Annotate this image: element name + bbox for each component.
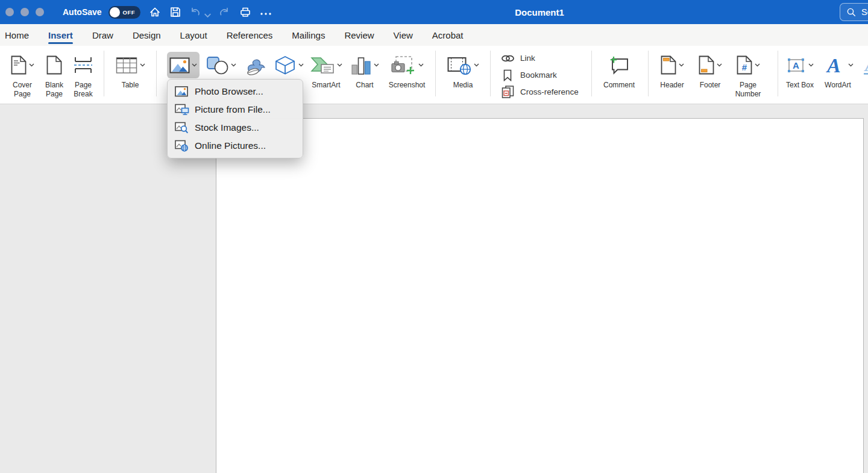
document-title: Document1 <box>479 7 600 17</box>
search-label: Search <box>861 7 868 17</box>
tab-acrobat[interactable]: Acrobat <box>432 24 464 46</box>
3d-models-button[interactable] <box>271 51 306 80</box>
cross-reference-icon <box>502 86 514 98</box>
page-break-icon <box>72 55 95 75</box>
tab-review[interactable]: Review <box>344 24 374 46</box>
save-icon[interactable] <box>169 6 181 18</box>
media-icon <box>447 56 471 75</box>
cover-page-button[interactable]: CoverPage <box>5 51 40 99</box>
chevron-down-icon <box>474 63 479 67</box>
cover-page-icon <box>11 55 27 75</box>
chart-button[interactable]: Chart <box>350 51 380 90</box>
tab-layout[interactable]: Layout <box>180 24 207 46</box>
autosave-toggle[interactable]: OFF <box>108 6 140 19</box>
footer-button[interactable]: Footer <box>694 51 726 90</box>
table-button[interactable]: Table <box>112 51 148 90</box>
icons-button[interactable] <box>241 51 266 80</box>
window-minimize-button[interactable] <box>20 8 29 16</box>
header-icon <box>661 55 676 75</box>
window-zoom-button[interactable] <box>36 8 44 16</box>
media-button[interactable]: Media <box>446 51 480 90</box>
autosave-toggle-state: OFF <box>123 9 136 16</box>
search-input[interactable]: Search <box>840 3 868 21</box>
search-icon <box>846 7 857 17</box>
chart-icon <box>351 56 371 75</box>
ribbon-tab-bar: Home Insert Draw Design Layout Reference… <box>0 24 868 46</box>
chevron-down-icon <box>808 63 814 67</box>
group-separator <box>104 51 104 96</box>
group-separator <box>778 51 778 96</box>
tab-view[interactable]: View <box>394 24 413 46</box>
stock-images-icon <box>175 122 189 134</box>
menu-item-stock-images[interactable]: Stock Images... <box>168 119 303 137</box>
more-commands-icon[interactable] <box>260 8 272 20</box>
links-group: Link Bookmark Cross-reference <box>500 51 579 99</box>
shapes-button[interactable] <box>204 51 239 80</box>
chevron-down-icon <box>418 63 424 67</box>
chevron-down-icon <box>848 63 854 67</box>
pictures-icon <box>169 57 190 74</box>
group-separator <box>435 51 436 96</box>
chevron-down-icon <box>29 63 34 67</box>
chevron-down-icon <box>231 63 236 67</box>
tab-references[interactable]: References <box>227 24 273 46</box>
pictures-dropdown-menu: Photo Browser... Picture from File... St… <box>167 79 303 158</box>
home-icon[interactable] <box>149 6 161 18</box>
tab-design[interactable]: Design <box>133 24 161 46</box>
tab-insert[interactable]: Insert <box>48 24 73 46</box>
shapes-icon <box>206 56 228 75</box>
document-workspace <box>0 105 868 473</box>
text-box-button[interactable]: A Text Box <box>782 51 817 90</box>
title-bar: AutoSave OFF Document1 Search <box>0 0 868 24</box>
chevron-down-icon <box>755 63 760 67</box>
pictures-button[interactable] <box>167 52 200 78</box>
ribbon: CoverPage BlankPage PageBreak Table <box>0 46 868 104</box>
cross-reference-button[interactable]: Cross-reference <box>500 85 579 99</box>
blank-page-button[interactable]: BlankPage <box>40 51 69 99</box>
chevron-down-icon <box>679 63 684 67</box>
bookmark-icon <box>503 69 512 81</box>
tab-draw[interactable]: Draw <box>92 24 113 46</box>
page-number-button[interactable]: # PageNumber <box>731 51 766 99</box>
svg-text:A: A <box>793 60 799 70</box>
chevron-down-icon <box>140 63 145 67</box>
smartart-button[interactable]: SmartArt <box>307 51 345 90</box>
svg-text:A: A <box>826 55 841 75</box>
autosave-toggle-knob <box>110 7 120 17</box>
online-pictures-icon <box>175 140 189 152</box>
menu-item-photo-browser[interactable]: Photo Browser... <box>168 83 303 101</box>
comment-button[interactable]: Comment <box>599 51 639 90</box>
table-icon <box>116 56 137 74</box>
picture-from-file-icon <box>175 104 189 116</box>
chevron-down-icon <box>337 63 342 67</box>
page-break-button[interactable]: PageBreak <box>68 51 99 99</box>
page-number-icon: # <box>737 55 752 75</box>
tab-home[interactable]: Home <box>5 24 29 46</box>
undo-icon[interactable] <box>189 6 201 18</box>
document-page[interactable] <box>216 118 864 473</box>
drop-cap-icon: A <box>863 54 868 77</box>
bookmark-button[interactable]: Bookmark <box>500 68 579 82</box>
icons-duck-leaf-icon <box>242 55 266 75</box>
svg-text:A: A <box>864 54 868 75</box>
screenshot-button[interactable]: Screenshot <box>385 51 429 90</box>
menu-item-picture-from-file[interactable]: Picture from File... <box>168 101 303 119</box>
chevron-down-icon <box>717 63 722 67</box>
3d-model-cube-icon <box>274 55 296 75</box>
drop-cap-button[interactable]: A <box>861 51 868 80</box>
wordart-button[interactable]: A WordArt <box>820 51 856 90</box>
blank-page-icon <box>46 55 62 75</box>
window-close-button[interactable] <box>5 8 14 16</box>
menu-item-online-pictures[interactable]: Online Pictures... <box>168 137 303 155</box>
group-separator <box>156 51 157 96</box>
redo-icon[interactable] <box>218 6 230 18</box>
tab-mailings[interactable]: Mailings <box>292 24 325 46</box>
link-icon <box>501 53 515 64</box>
link-button[interactable]: Link <box>500 51 579 65</box>
autosave-label: AutoSave <box>63 7 102 17</box>
print-icon[interactable] <box>239 6 251 18</box>
smartart-icon <box>310 56 335 74</box>
undo-chevron-icon[interactable] <box>204 10 211 22</box>
header-button[interactable]: Header <box>656 51 688 90</box>
svg-text:#: # <box>741 62 747 72</box>
